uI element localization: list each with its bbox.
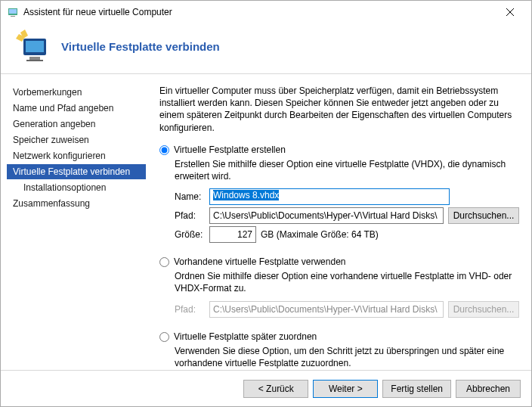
- option-use-existing: Vorhandene virtuelle Festplatte verwende…: [159, 256, 519, 317]
- path-label: Pfad:: [175, 210, 209, 221]
- step-install-options[interactable]: Installationsoptionen: [7, 180, 146, 195]
- cancel-button[interactable]: Abbrechen: [456, 380, 521, 398]
- step-network[interactable]: Netzwerk konfigurieren: [7, 148, 146, 163]
- browse-button[interactable]: Durchsuchen...: [448, 207, 519, 224]
- name-input[interactable]: Windows 8.vhdx: [209, 188, 450, 205]
- wizard-window: Assistent für neue virtuelle Computer Vi…: [0, 0, 532, 407]
- vm-icon: [14, 28, 51, 64]
- radio-existing-label: Vorhandene virtuelle Festplatte verwende…: [174, 256, 345, 267]
- option2-desc: Ordnen Sie mithilfe dieser Option eine v…: [175, 270, 519, 294]
- next-button[interactable]: Weiter >: [313, 380, 378, 398]
- step-name-path[interactable]: Name und Pfad angeben: [7, 101, 146, 116]
- back-button[interactable]: < Zurück: [243, 380, 308, 398]
- radio-create-input[interactable]: [159, 145, 169, 155]
- intro-text: Ein virtueller Computer muss über Speich…: [159, 85, 519, 134]
- path2-label: Pfad:: [175, 304, 209, 315]
- svg-rect-8: [26, 60, 43, 61]
- step-generation[interactable]: Generation angeben: [7, 117, 146, 132]
- wizard-footer: < Zurück Weiter > Fertig stellen Abbrech…: [1, 370, 531, 406]
- radio-create-label: Virtuelle Festplatte erstellen: [174, 144, 286, 155]
- path-input[interactable]: [209, 207, 444, 224]
- browse2-button: Durchsuchen...: [448, 301, 519, 318]
- size-hint: GB (Maximale Größe: 64 TB): [261, 229, 379, 240]
- app-icon: [7, 6, 19, 18]
- step-vhd[interactable]: Virtuelle Festplatte verbinden: [7, 164, 146, 179]
- main-panel: Ein virtueller Computer muss über Speich…: [146, 74, 531, 368]
- option3-desc: Verwenden Sie diese Option, um den Schri…: [175, 345, 519, 369]
- wizard-steps-sidebar: Vorbemerkungen Name und Pfad angeben Gen…: [1, 74, 146, 368]
- titlebar: Assistent für neue virtuelle Computer: [1, 1, 531, 23]
- step-memory[interactable]: Speicher zuweisen: [7, 132, 146, 148]
- name-label: Name:: [175, 191, 209, 202]
- size-label: Größe:: [175, 229, 209, 240]
- radio-existing-vhd[interactable]: Vorhandene virtuelle Festplatte verwende…: [159, 256, 519, 267]
- content-area: Vorbemerkungen Name und Pfad angeben Gen…: [1, 74, 531, 368]
- svg-rect-1: [9, 9, 17, 14]
- svg-rect-7: [29, 57, 40, 60]
- svg-rect-6: [26, 41, 44, 52]
- page-title: Virtuelle Festplatte verbinden: [61, 40, 220, 53]
- step-summary[interactable]: Zusammenfassung: [7, 196, 146, 211]
- wizard-header: Virtuelle Festplatte verbinden: [1, 23, 531, 74]
- option-attach-later: Virtuelle Festplatte später zuordnen Ver…: [159, 331, 519, 369]
- close-button[interactable]: [495, 2, 525, 23]
- radio-later-vhd[interactable]: Virtuelle Festplatte später zuordnen: [159, 331, 519, 342]
- svg-rect-2: [11, 16, 15, 17]
- finish-button[interactable]: Fertig stellen: [382, 380, 451, 398]
- window-title: Assistent für neue virtuelle Computer: [23, 7, 495, 17]
- path2-input: [209, 301, 444, 318]
- radio-later-label: Virtuelle Festplatte später zuordnen: [174, 331, 317, 342]
- option1-desc: Erstellen Sie mithilfe dieser Option ein…: [175, 158, 519, 182]
- step-intro[interactable]: Vorbemerkungen: [7, 85, 146, 100]
- option-create-vhd: Virtuelle Festplatte erstellen Erstellen…: [159, 144, 519, 243]
- radio-later-input[interactable]: [159, 332, 169, 342]
- radio-existing-input[interactable]: [159, 257, 169, 267]
- radio-create-vhd[interactable]: Virtuelle Festplatte erstellen: [159, 144, 519, 155]
- size-input[interactable]: [209, 226, 256, 243]
